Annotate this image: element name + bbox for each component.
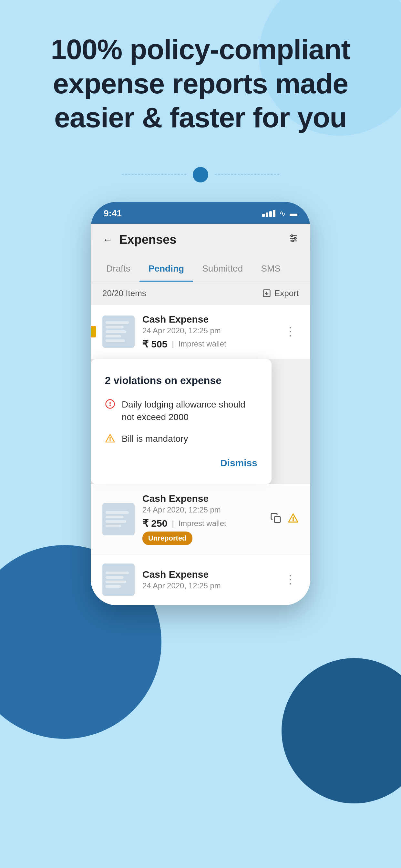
expense-item-3[interactable]: Cash Expense 24 Apr 2020, 12:25 pm ⋮	[91, 554, 310, 605]
wifi-icon: ∿	[279, 209, 286, 218]
expense-name-3: Cash Expense	[143, 569, 274, 580]
back-button[interactable]: ←	[102, 234, 113, 246]
expense-amount-2: ₹ 250	[143, 518, 167, 529]
wallet-label-1: Imprest wallet	[179, 339, 226, 348]
phone-container: 9:41 ∿ ▬ ← Expenses	[0, 202, 401, 605]
items-bar: 20/20 Items Export	[91, 282, 310, 305]
signal-bar-2	[266, 213, 268, 217]
expense-name-1: Cash Expense	[143, 314, 274, 325]
svg-point-10	[110, 405, 111, 406]
bg-blob-bottom-right	[281, 658, 401, 803]
expense-thumb-3	[102, 563, 135, 596]
error-icon	[105, 399, 115, 412]
expense-item-1[interactable]: Cash Expense 24 Apr 2020, 12:25 pm ₹ 505…	[91, 305, 310, 359]
signal-bar-4	[273, 210, 275, 217]
status-time: 9:41	[104, 208, 122, 219]
hero-title: 100% policy-compliant expense reports ma…	[26, 32, 375, 135]
svg-point-15	[292, 520, 294, 521]
signal-bar-3	[269, 211, 272, 217]
battery-icon: ▬	[289, 209, 297, 218]
wallet-label-2: Imprest wallet	[179, 519, 226, 528]
tab-drafts[interactable]: Drafts	[97, 256, 140, 282]
app-header: ← Expenses	[91, 224, 310, 256]
expense-info-2: Cash Expense 24 Apr 2020, 12:25 pm ₹ 250…	[143, 493, 263, 545]
expense-date-2: 24 Apr 2020, 12:25 pm	[143, 505, 263, 515]
thumb-lines-3	[105, 571, 131, 588]
violation-text-2: Bill is mandatory	[122, 432, 188, 445]
svg-point-5	[292, 240, 294, 242]
svg-point-12	[110, 440, 111, 441]
svg-point-3	[291, 235, 292, 237]
violation-item-2: Bill is mandatory	[105, 432, 257, 446]
pagination-dot-active[interactable]	[193, 167, 208, 182]
dialog-area: 2 violations on expense Daily lodging al…	[91, 359, 310, 484]
pagination-line-left	[122, 175, 186, 175]
pagination-section	[0, 154, 401, 202]
signal-bars	[262, 210, 275, 217]
violations-dialog: 2 violations on expense Daily lodging al…	[91, 359, 272, 484]
violation-indicator-1	[91, 326, 96, 337]
copy-icon[interactable]	[270, 513, 281, 526]
dismiss-button[interactable]: Dismiss	[220, 458, 257, 468]
expense-date-1: 24 Apr 2020, 12:25 pm	[143, 326, 274, 335]
unreported-badge: Unreported	[143, 531, 192, 545]
warning-icon	[105, 433, 115, 446]
header-left: ← Expenses	[102, 233, 176, 247]
expense-amount-1: ₹ 505	[143, 338, 167, 350]
expense-item-2[interactable]: Cash Expense 24 Apr 2020, 12:25 pm ₹ 250…	[91, 484, 310, 554]
expense-action-icons	[270, 513, 299, 526]
items-count: 20/20 Items	[102, 288, 146, 299]
expense-name-2: Cash Expense	[143, 493, 263, 504]
pagination-line-right	[215, 175, 279, 175]
expense-date-3: 24 Apr 2020, 12:25 pm	[143, 581, 274, 590]
expense-menu-3[interactable]: ⋮	[282, 570, 299, 589]
expense-list: Cash Expense 24 Apr 2020, 12:25 pm ₹ 505…	[91, 305, 310, 605]
svg-point-4	[295, 238, 296, 239]
expense-thumb-1	[102, 315, 135, 348]
signal-bar-1	[262, 214, 265, 217]
expense-amount-row-2: ₹ 250 | Imprest wallet	[143, 518, 263, 529]
thumb-lines-2	[105, 511, 131, 527]
expense-warning-icon[interactable]	[288, 513, 299, 526]
tab-sms[interactable]: SMS	[252, 256, 289, 282]
export-button[interactable]: Export	[262, 288, 299, 299]
violation-text-1: Daily lodging allowance should not excee…	[122, 398, 257, 423]
dialog-title: 2 violations on expense	[105, 375, 257, 386]
expense-menu-1[interactable]: ⋮	[282, 322, 299, 341]
page-title: Expenses	[119, 233, 176, 247]
thumb-lines	[105, 321, 131, 342]
tab-pending[interactable]: Pending	[140, 256, 193, 282]
filter-icon[interactable]	[288, 233, 299, 246]
expense-thumb-2	[102, 503, 135, 535]
tabs-bar: Drafts Pending Submitted SMS	[91, 256, 310, 282]
dialog-dismiss-area: Dismiss	[105, 458, 257, 469]
expense-info-3: Cash Expense 24 Apr 2020, 12:25 pm	[143, 569, 274, 590]
expense-info-1: Cash Expense 24 Apr 2020, 12:25 pm ₹ 505…	[143, 314, 274, 350]
svg-rect-13	[274, 516, 280, 522]
expense-amount-row-1: ₹ 505 | Imprest wallet	[143, 338, 274, 350]
status-bar: 9:41 ∿ ▬	[91, 202, 310, 224]
violation-item-1: Daily lodging allowance should not excee…	[105, 398, 257, 423]
status-icons: ∿ ▬	[262, 209, 297, 218]
tab-submitted[interactable]: Submitted	[193, 256, 252, 282]
phone-mockup: 9:41 ∿ ▬ ← Expenses	[91, 202, 310, 605]
bottom-section	[0, 605, 401, 663]
hero-section: 100% policy-compliant expense reports ma…	[0, 0, 401, 154]
